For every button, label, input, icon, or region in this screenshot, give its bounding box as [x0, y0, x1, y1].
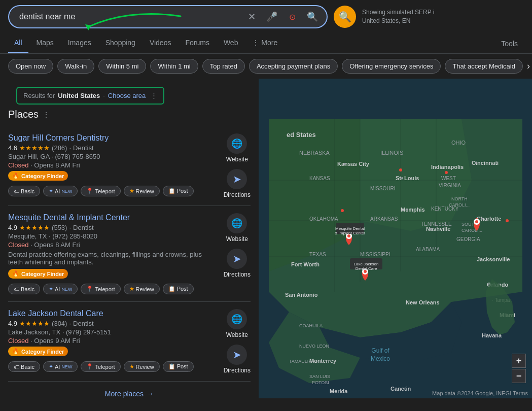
svg-text:POTOSI: POTOSI	[312, 380, 329, 385]
place-name-1[interactable]: Sugar Hill Corners Dentistry	[8, 133, 218, 143]
tag-ai-2[interactable]: ✦ AI NEW	[43, 284, 78, 294]
directions-btn-1[interactable]: ➤ Directions	[224, 169, 251, 198]
svg-point-55	[401, 177, 403, 179]
more-places-button[interactable]: More places →	[8, 382, 251, 398]
filter-emergency[interactable]: Offering emergency services	[342, 59, 441, 74]
tab-forums[interactable]: Forums	[179, 33, 215, 53]
tools-button[interactable]: Tools	[495, 35, 524, 53]
place-info-1: Sugar Hill Corners Dentistry 4.6 ★★★★★ (…	[8, 133, 218, 196]
places-more-options[interactable]: ⋮	[43, 111, 50, 119]
place-actions-1: 🌐 Website ➤ Directions	[224, 133, 251, 198]
search-icon: 🔍	[307, 11, 318, 22]
rating-count-2: (553)	[52, 224, 67, 231]
tab-all[interactable]: All	[8, 33, 28, 53]
search-bar: ✕ 🎤 ⊙ 🔍	[8, 5, 328, 28]
place-name-2[interactable]: Mesquite Dental & Implant Center	[8, 213, 218, 222]
tag-post-1[interactable]: 📋 Post	[163, 186, 194, 196]
map-background: Gulf of Mexico NEBRASKA ILLINOIS OHIO	[259, 79, 532, 398]
map-panel: Gulf of Mexico NEBRASKA ILLINOIS OHIO	[259, 79, 532, 398]
filter-top-rated[interactable]: Top rated	[202, 59, 245, 74]
rating-count-3: (304)	[52, 320, 67, 327]
map-footer: Map data ©2024 Google, INEGI Terms	[432, 390, 528, 396]
tag-basic-2[interactable]: 🏷 Basic	[8, 284, 40, 294]
filter-open-now[interactable]: Open now	[8, 59, 53, 74]
tag-teleport-1[interactable]: 📍 Teleport	[81, 186, 120, 196]
category-finder-badge-2[interactable]: 🔥 Category Finder	[8, 269, 68, 279]
category-finder-badge-1[interactable]: 🔥 Category Finder	[8, 171, 68, 181]
search-input[interactable]	[19, 12, 239, 21]
serp-info: Showing simulated SERP i United States, …	[362, 8, 435, 25]
lens-button[interactable]: ⊙	[284, 9, 300, 25]
tab-more[interactable]: ⋮ More	[246, 33, 283, 53]
svg-text:Jacksonville: Jacksonville	[477, 256, 510, 262]
category-finder-badge-3[interactable]: 🔥 Category Finder	[8, 347, 68, 356]
tab-videos[interactable]: Videos	[144, 33, 178, 53]
directions-btn-2[interactable]: ➤ Directions	[224, 249, 251, 278]
tag-review-2[interactable]: ★ Review	[124, 284, 160, 294]
tag-ai-3[interactable]: ✦ AI NEW	[43, 361, 78, 372]
search-submit-button[interactable]: 🔍	[334, 6, 356, 28]
tag-basic-3[interactable]: 🏷 Basic	[8, 361, 40, 372]
clear-button[interactable]: ✕	[243, 9, 260, 25]
tag-teleport-2[interactable]: 📍 Teleport	[81, 284, 120, 294]
svg-text:WEST: WEST	[441, 176, 456, 181]
mic-button[interactable]: 🎤	[264, 9, 280, 25]
map-svg[interactable]: Gulf of Mexico NEBRASKA ILLINOIS OHIO	[259, 79, 532, 398]
tag-review-1[interactable]: ★ Review	[124, 186, 160, 196]
location-more-options[interactable]: ⋮	[151, 92, 157, 99]
website-btn-3[interactable]: 🌐 Website	[226, 309, 248, 338]
website-icon-3: 🌐	[227, 309, 247, 329]
filter-walk-in[interactable]: Walk-in	[57, 59, 94, 74]
svg-text:CAROLI...: CAROLI...	[462, 228, 482, 233]
tag-row-2: 🏷 Basic ✦ AI NEW 📍 Teleport ★ Review 📋 P…	[8, 284, 218, 294]
svg-text:Nashville: Nashville	[426, 226, 450, 232]
place-status-2: Closed · Opens 8 AM Fri	[8, 241, 218, 249]
svg-text:Fort Worth: Fort Worth	[291, 261, 320, 267]
tab-maps[interactable]: Maps	[30, 33, 60, 53]
place-card-3: Lake Jackson Dental Care 4.9 ★★★★★ (304)…	[8, 302, 251, 382]
place-rating-3: 4.9 ★★★★★ (304) · Dentist	[8, 320, 218, 327]
search-icon-btn[interactable]: 🔍	[304, 9, 321, 25]
website-btn-2[interactable]: 🌐 Website	[226, 213, 248, 243]
svg-point-54	[344, 163, 346, 165]
svg-point-74	[475, 220, 478, 223]
svg-text:COAHUILA: COAHUILA	[299, 323, 323, 328]
directions-btn-3[interactable]: ➤ Directions	[224, 345, 251, 374]
rating-value-3: 4.9	[8, 320, 17, 327]
filter-within-5mi[interactable]: Within 5 mi	[98, 59, 146, 74]
directions-icon-2: ➤	[227, 249, 247, 269]
svg-point-56	[475, 162, 477, 164]
svg-text:MISSOURI: MISSOURI	[370, 186, 395, 191]
tag-basic-1[interactable]: 🏷 Basic	[8, 186, 40, 196]
svg-text:New Orleans: New Orleans	[406, 299, 440, 305]
tab-shopping[interactable]: Shopping	[99, 33, 141, 53]
places-title: Places	[8, 109, 39, 120]
filter-medicaid[interactable]: That accept Medicaid	[445, 59, 523, 74]
fire-icon-3: 🔥	[12, 348, 19, 355]
svg-text:OHIO: OHIO	[451, 140, 466, 146]
website-btn-1[interactable]: 🌐 Website	[226, 133, 248, 163]
directions-label-1: Directions	[224, 191, 251, 198]
place-type-2: Dentist	[73, 224, 93, 231]
main-layout: Results for United States · Choose area …	[0, 79, 532, 398]
choose-area-link[interactable]: Choose area	[108, 92, 146, 99]
tag-post-2[interactable]: 📋 Post	[163, 284, 194, 294]
place-status-1: Closed · Opens 8 AM Fri	[8, 161, 218, 169]
svg-point-78	[341, 209, 344, 212]
filter-scroll-right[interactable]: ›	[527, 61, 530, 72]
place-name-3[interactable]: Lake Jackson Dental Care	[8, 309, 218, 318]
tag-teleport-3[interactable]: 📍 Teleport	[81, 361, 120, 372]
filter-payment-plans[interactable]: Accepting payment plans	[249, 59, 338, 74]
zoom-in-button[interactable]: +	[512, 354, 526, 368]
svg-text:Dental Care: Dental Care	[356, 266, 377, 271]
tag-review-3[interactable]: ★ Review	[124, 361, 160, 372]
zoom-out-button[interactable]: −	[512, 369, 526, 383]
svg-text:Indianapolis: Indianapolis	[431, 164, 464, 170]
filter-within-1mi[interactable]: Within 1 mi	[150, 59, 198, 74]
place-rating-1: 4.6 ★★★★★ (286) · Dentist	[8, 144, 218, 152]
tag-post-3[interactable]: 📋 Post	[163, 361, 194, 372]
tab-images[interactable]: Images	[62, 33, 97, 53]
place-desc-2: Dental practice offering exams, cleaning…	[8, 251, 218, 266]
tag-ai-1[interactable]: ✦ AI NEW	[43, 186, 78, 196]
tab-web[interactable]: Web	[218, 33, 244, 53]
